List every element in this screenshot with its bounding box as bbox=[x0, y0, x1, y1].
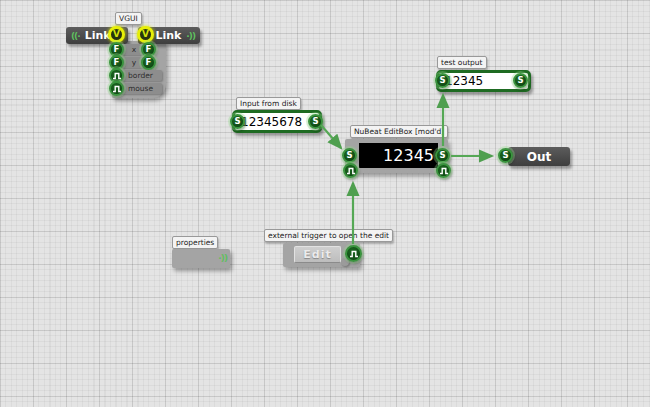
row-mouse-label: mouse bbox=[128, 84, 153, 93]
nubeat-tag: NuBeat EditBox [mod'd] bbox=[350, 125, 448, 138]
test-output-tag: test output bbox=[437, 56, 487, 69]
input-from-disk-title: Input from disk bbox=[240, 99, 297, 108]
vgui-row-border[interactable]: border bbox=[119, 70, 162, 81]
vgui-row-mouse[interactable]: mouse bbox=[119, 83, 162, 94]
port-v-right[interactable]: V bbox=[137, 26, 154, 43]
audio-out-icon: ·)) bbox=[186, 31, 195, 41]
port-v-letter: V bbox=[142, 30, 149, 39]
port-s-nubeat-in[interactable]: S bbox=[342, 148, 357, 163]
port-f-y-out[interactable]: F bbox=[141, 55, 156, 70]
port-v-letter: V bbox=[113, 30, 120, 39]
port-s-inputdisk-out[interactable]: S bbox=[308, 114, 323, 129]
port-s-inputdisk-in[interactable]: S bbox=[230, 114, 245, 129]
pulse-icon bbox=[112, 72, 122, 80]
port-s-out-in[interactable]: S bbox=[498, 148, 513, 163]
port-s-letter: S bbox=[502, 151, 508, 160]
port-s-letter: S bbox=[517, 76, 523, 85]
external-trigger-tag: external trigger to open the edit bbox=[264, 229, 393, 242]
link-left-label: Link bbox=[85, 29, 111, 42]
link-right-label: Link bbox=[155, 29, 181, 42]
port-f-letter: F bbox=[146, 45, 152, 54]
properties-tag: properties bbox=[172, 236, 218, 249]
patch-canvas: VGUI ((· Link V Link ·)) V x F F y F F b… bbox=[0, 0, 650, 407]
properties-body[interactable]: ·)) bbox=[172, 249, 230, 268]
port-f-letter: F bbox=[114, 58, 120, 67]
port-f-letter: F bbox=[146, 58, 152, 67]
input-from-disk-value: 12345678 bbox=[241, 115, 302, 129]
audio-in-icon: ((· bbox=[71, 31, 80, 41]
test-output-value: 12345 bbox=[445, 74, 483, 88]
out-label: Out bbox=[527, 150, 551, 164]
row-y-label: y bbox=[132, 58, 136, 67]
port-s-letter: S bbox=[439, 151, 445, 160]
edit-button[interactable]: Edit bbox=[294, 246, 341, 263]
port-s-letter: S bbox=[312, 117, 318, 126]
port-s-letter: S bbox=[439, 76, 445, 85]
port-s-testoutput-in[interactable]: S bbox=[435, 73, 450, 88]
port-v-left[interactable]: V bbox=[108, 26, 125, 43]
nubeat-display[interactable]: 12345 bbox=[359, 143, 438, 168]
row-x-label: x bbox=[132, 45, 136, 54]
port-s-letter: S bbox=[234, 117, 240, 126]
vgui-title: VGUI bbox=[119, 14, 138, 23]
port-pulse-nubeat-out[interactable] bbox=[436, 163, 451, 178]
wire-layer bbox=[0, 0, 650, 407]
test-output-title: test output bbox=[441, 58, 483, 67]
pulse-icon bbox=[346, 167, 356, 175]
pulse-icon bbox=[112, 85, 122, 93]
nubeat-value: 12345 bbox=[383, 146, 434, 165]
vgui-title-tag: VGUI bbox=[115, 12, 142, 25]
port-s-testoutput-out[interactable]: S bbox=[513, 73, 528, 88]
nubeat-title: NuBeat EditBox [mod'd] bbox=[354, 127, 444, 136]
port-pulse-mouse[interactable] bbox=[109, 81, 124, 96]
port-pulse-trigger-out[interactable] bbox=[345, 245, 362, 262]
input-from-disk-tag: Input from disk bbox=[236, 97, 301, 110]
pulse-icon bbox=[439, 167, 449, 175]
port-s-nubeat-out[interactable]: S bbox=[435, 148, 450, 163]
edit-button-label: Edit bbox=[303, 248, 331, 261]
wire-inputdisk-to-nubeat[interactable] bbox=[321, 125, 341, 148]
out-node[interactable]: Out bbox=[508, 147, 570, 166]
external-trigger-title: external trigger to open the edit bbox=[268, 231, 389, 240]
row-border-label: border bbox=[128, 71, 153, 80]
properties-title: properties bbox=[176, 238, 214, 247]
properties-audio-icon: ·)) bbox=[218, 253, 227, 263]
port-s-letter: S bbox=[346, 151, 352, 160]
port-f-letter: F bbox=[114, 45, 120, 54]
pulse-icon bbox=[349, 250, 359, 258]
port-pulse-nubeat-in[interactable] bbox=[343, 163, 358, 178]
